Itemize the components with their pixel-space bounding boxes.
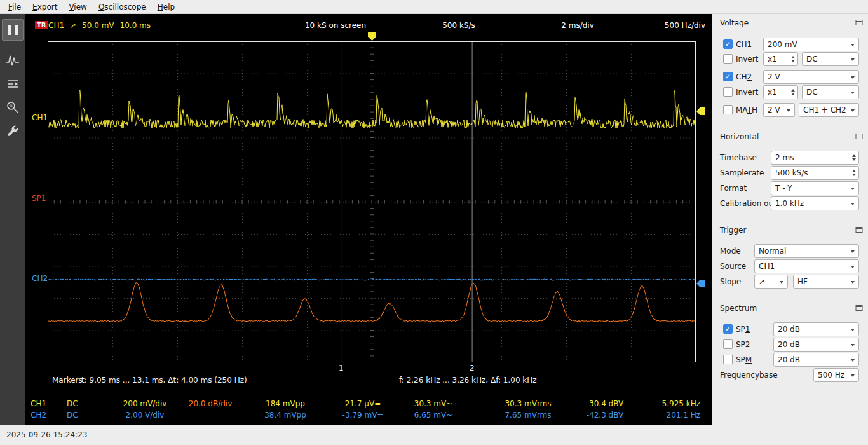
ch1-invert-checkbox[interactable]: ✓ (723, 54, 733, 64)
frequencybase-select[interactable]: 500 Hz (813, 368, 859, 382)
ch2-invert-label: Invert (736, 85, 758, 99)
measure-button[interactable] (4, 76, 21, 92)
tools-button[interactable] (4, 123, 21, 139)
control-panel: Voltage ✓ CH1 200 mV ✓ Invert x1 DC ✓ CH… (712, 14, 868, 425)
trigger-slope-row: Slope ↗ HF (712, 275, 868, 289)
ch1-probe-spinner[interactable]: x1 (763, 52, 798, 66)
ch1-coupling-select[interactable]: DC (802, 52, 859, 66)
menu-export[interactable]: Export (27, 1, 63, 13)
trigger-title: Trigger (720, 226, 746, 235)
ch1-trigger-level-marker[interactable] (696, 107, 705, 115)
spm-scale-select[interactable]: 20 dB (773, 353, 859, 367)
status-ch1-vpp: 184 mVpp (266, 399, 305, 408)
status-ch2-vdiv: 2.00 V/div (126, 411, 165, 420)
trigger-source-label: Source (720, 259, 746, 273)
timebase-spinner[interactable]: 2 ms (771, 151, 859, 165)
ch1-row: ✓ CH1 200 mV (712, 38, 868, 51)
calibration-select[interactable]: 1.0 kHz (771, 196, 859, 210)
status-ch1-vdiv: 200 mV/div (123, 399, 167, 408)
ch1-enable-checkbox[interactable]: ✓ (723, 39, 733, 49)
timebase-row: Timebase 2 ms (712, 151, 868, 165)
sp1-enable-checkbox[interactable]: ✓ (723, 324, 733, 334)
menu-view[interactable]: View (63, 1, 92, 13)
menu-bar: File Export View Oscilloscope Help (0, 0, 868, 14)
math-mode-select[interactable]: CH1 + CH2 (799, 103, 859, 117)
status-ch1-vac: 30.3 mV~ (414, 399, 453, 408)
samplerate-spinner[interactable]: 500 kS/s (771, 166, 859, 180)
ch2-probe-spinner[interactable]: x1 (763, 85, 798, 99)
markers-icon (6, 77, 20, 91)
chevron-down-icon (851, 76, 855, 79)
detach-window-icon[interactable] (855, 133, 863, 140)
ch2-range-select[interactable]: 2 V (763, 70, 859, 84)
tool-sidebar (0, 14, 25, 425)
chevron-down-icon (851, 359, 855, 362)
math-range-select[interactable]: 2 V (763, 103, 795, 117)
trigger-source-select[interactable]: CH1 (754, 259, 859, 273)
zoom-in-icon (6, 100, 20, 114)
samples-on-screen: 10 kS on screen (305, 21, 366, 30)
spm-enable-checkbox[interactable]: ✓ (723, 355, 733, 364)
format-select[interactable]: T - Y (771, 181, 859, 195)
frequencybase-row: Frequencybase 500 Hz (712, 368, 868, 382)
chevron-down-icon (851, 58, 855, 61)
trigger-status-badge: TR (35, 21, 48, 29)
ch1-invert-row: ✓ Invert x1 DC (712, 52, 868, 66)
detach-window-icon[interactable] (855, 226, 863, 233)
timebase-readout: 2 ms/div (561, 21, 594, 30)
trigger-delay-readout: 10.0 ms (120, 21, 151, 30)
sp1-scale-select[interactable]: 20 dB (773, 322, 859, 336)
detach-window-icon[interactable] (855, 305, 863, 312)
chevron-down-icon (851, 344, 855, 346)
spm-label: SPM (736, 353, 752, 367)
trigger-filter-select[interactable]: HF (793, 275, 859, 289)
format-label: Format (720, 181, 747, 195)
trigger-mode-label: Mode (720, 244, 741, 258)
status-ch2-vpp: 38.4 mVpp (264, 411, 306, 420)
spm-row: ✓ SPM 20 dB (712, 353, 868, 367)
detach-window-icon[interactable] (855, 19, 863, 26)
scope-area: TR CH1 ↗ 50.0 mV 10.0 ms 10 kS on screen… (25, 14, 712, 425)
trigger-mode-select[interactable]: Normal (754, 244, 859, 258)
ch2-coupling-select[interactable]: DC (802, 85, 859, 99)
scope-display[interactable] (48, 41, 696, 362)
samplerate-readout: 500 kS/s (442, 21, 475, 30)
math-enable-checkbox[interactable]: ✓ (723, 105, 733, 114)
spinner-arrows-icon (852, 154, 856, 161)
chevron-down-icon (851, 188, 855, 190)
ch2-invert-checkbox[interactable]: ✓ (723, 87, 733, 97)
ch2-offset-marker[interactable] (696, 280, 705, 287)
trigger-section-header: Trigger (720, 225, 864, 235)
spectrum-section-header: Spectrum (720, 303, 864, 313)
zoom-button[interactable] (4, 99, 21, 116)
check-icon: ✓ (724, 325, 732, 333)
menu-file[interactable]: File (3, 1, 27, 13)
status-ch2-vac: 6.65 mV~ (414, 411, 453, 420)
sp2-enable-checkbox[interactable]: ✓ (723, 339, 733, 349)
sp2-label: SP2 (736, 338, 750, 352)
trigger-mode-row: Mode Normal (712, 244, 868, 258)
ch1-range-select[interactable]: 200 mV (763, 38, 859, 51)
trigger-slope-select[interactable]: ↗ (754, 275, 788, 289)
check-icon: ✓ (724, 40, 732, 48)
signal-button[interactable] (4, 52, 21, 69)
waveform-icon (6, 53, 20, 67)
ch2-row: ✓ CH2 2 V (712, 70, 868, 84)
trigger-slope-label: Slope (720, 275, 741, 289)
pause-button[interactable] (2, 19, 24, 41)
status-ch1-name: CH1 (31, 399, 46, 408)
status-ch2-name: CH2 (31, 411, 46, 420)
trigger-position-marker[interactable] (368, 32, 376, 41)
ch2-label: CH2 (736, 70, 752, 84)
status-ch1-dbv: -30.4 dBV (587, 399, 624, 408)
ch2-enable-checkbox[interactable]: ✓ (723, 72, 733, 81)
chevron-down-icon (851, 281, 855, 284)
menu-oscilloscope[interactable]: Oscilloscope (93, 1, 152, 13)
markers-freq-readout: f: 2.26 kHz ... 3.26 kHz, Δf: 1.00 kHz (399, 376, 537, 385)
status-ch2-dbv: -42.3 dBV (587, 411, 624, 420)
marker2-label: 2 (470, 364, 475, 373)
spectrum-title: Spectrum (720, 304, 757, 313)
status-footer: 2025-09-26 15:24:23 (0, 425, 868, 445)
sp2-scale-select[interactable]: 20 dB (773, 338, 859, 352)
menu-help[interactable]: Help (152, 1, 180, 13)
